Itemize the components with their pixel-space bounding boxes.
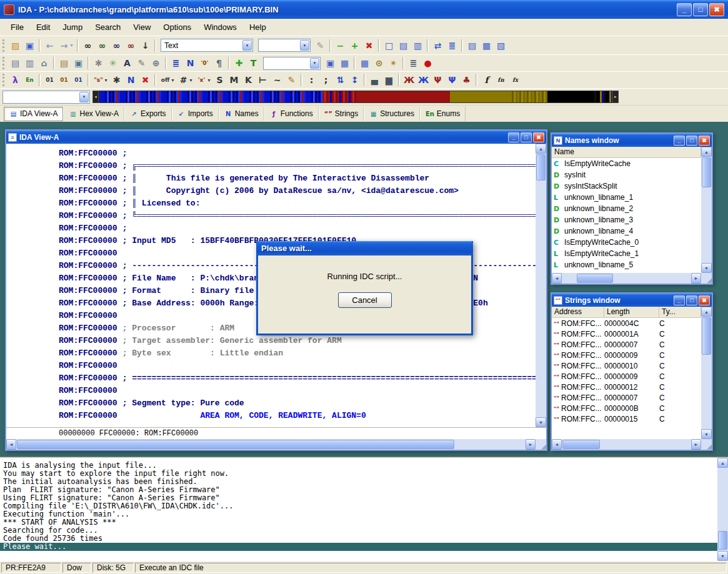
toolbar-button[interactable]: ▾ (187, 73, 194, 87)
toolbar-button[interactable]: En (22, 73, 37, 87)
resize-grip[interactable]: ◢ (701, 439, 712, 450)
strings-row[interactable]: “”ROM:FFC... 0000001A C (552, 329, 701, 339)
toolbar-button[interactable] (461, 39, 463, 52)
disasm-line[interactable]: ROM:FFC00000; ║ Copyright (c) 2006 by Da… (59, 185, 536, 197)
toolbar-button[interactable]: ✎ (134, 56, 149, 70)
minimize-button[interactable]: _ (508, 132, 519, 142)
toolbar-button[interactable]: ~ (270, 73, 284, 87)
toolbar-button[interactable]: ✱ (91, 56, 106, 70)
toolbar-grip[interactable] (2, 39, 6, 52)
toolbar-button[interactable]: ▦ (337, 56, 352, 70)
toolbar-button[interactable]: K (241, 73, 256, 87)
chevron-down-icon[interactable]: ▼ (242, 40, 252, 51)
toolbar-button[interactable]: ✳ (106, 56, 120, 70)
navigation-band[interactable] (99, 91, 612, 103)
view-tab[interactable]: En Enums (420, 107, 466, 121)
toolbar-button[interactable]: ✎ (313, 39, 327, 52)
horizontal-scrollbar[interactable]: ◄ ► (552, 273, 701, 284)
view-tab[interactable]: N Names (219, 107, 264, 121)
disasm-line[interactable]: ROM:FFC00000; ==========================… (59, 372, 536, 385)
vertical-scrollbar[interactable]: ▲ ▼ (536, 144, 546, 427)
toolbar-button[interactable]: ✱ (109, 73, 124, 87)
disasm-line[interactable]: ROM:FFC00000; (59, 222, 536, 235)
column-header-address[interactable]: Address (552, 307, 604, 317)
strings-column-headers[interactable]: Address Length Ty... (552, 307, 701, 318)
horizontal-scrollbar[interactable]: ◄ ► (552, 439, 701, 450)
toolbar-button[interactable]: ⇅ (333, 73, 347, 87)
strings-list[interactable]: “”ROM:FFC... 0000004C C “”ROM:FFC... 000… (552, 318, 701, 439)
names-row[interactable]: C IsEmptyWriteCache (552, 158, 701, 169)
toolbar-button[interactable]: T (246, 56, 261, 70)
names-titlebar[interactable]: N Names window _ □ ✖ (552, 134, 712, 147)
log-line[interactable]: Searching for code... (3, 527, 714, 535)
log-line[interactable]: Code found 25736 times (3, 535, 714, 543)
strings-row[interactable]: “”ROM:FFC... 00000007 C (552, 339, 701, 350)
toolbar-button[interactable]: ≣ (169, 56, 183, 70)
chevron-down-icon[interactable]: ▼ (79, 92, 89, 102)
toolbar-button[interactable]: N (183, 56, 197, 70)
toolbar-button[interactable] (402, 57, 404, 69)
vertical-scrollbar[interactable]: ▲ ▼ (717, 458, 728, 561)
menu-item[interactable]: Jump (57, 20, 88, 34)
toolbar-button[interactable]: ∞ (95, 39, 109, 52)
scroll-up-icon[interactable]: ▲ (536, 144, 546, 154)
resize-grip[interactable]: ◢ (536, 439, 546, 450)
toolbar-button[interactable]: ▣ (71, 56, 86, 70)
names-column-header[interactable]: Name (552, 147, 701, 158)
toolbar-button[interactable]: + (347, 39, 362, 52)
strings-row[interactable]: “”ROM:FFC... 00000015 C (552, 413, 701, 424)
toolbar-button[interactable]: ↕ (347, 73, 362, 87)
names-row[interactable]: L IsEmptyWriteCache_1 (552, 248, 701, 259)
toolbar-button[interactable]: ▦ (357, 56, 372, 70)
scrollbar-thumb[interactable] (536, 154, 546, 181)
toolbar-button[interactable]: ▾ (102, 73, 109, 87)
column-header-name[interactable]: Name (552, 147, 701, 157)
toolbar-button[interactable]: ▤ (8, 56, 22, 70)
disasm-line[interactable]: ROM:FFC00000; (59, 147, 536, 160)
toolbar-button[interactable]: ▥ (411, 39, 425, 52)
disasm-line[interactable]: ROM:FFC00000; ║ Licensed to: (59, 197, 536, 210)
menu-item[interactable]: Windows (198, 20, 242, 34)
scrollbar-thumb[interactable] (718, 531, 727, 550)
chevron-down-icon[interactable]: ▼ (310, 58, 319, 69)
toolbar-button[interactable]: ↓ (138, 39, 152, 52)
names-list[interactable]: C IsEmptyWriteCache D sysInit D sysIntSt… (552, 158, 701, 273)
strings-row[interactable]: “”ROM:FFC... 00000009 C (552, 371, 701, 382)
names-row[interactable]: L unknown_libname_1 (552, 192, 701, 203)
close-button[interactable]: ✖ (699, 295, 710, 305)
maximize-button[interactable]: □ (521, 132, 532, 142)
strings-row[interactable]: “”ROM:FFC... 00000012 C (552, 382, 701, 392)
chevron-down-icon[interactable]: ▼ (300, 40, 309, 51)
names-row[interactable]: D unknown_libname_3 (552, 214, 701, 225)
scroll-up-icon[interactable]: ▲ (701, 307, 712, 317)
scroll-left-icon[interactable]: ◄ (552, 273, 562, 284)
toolbar-button[interactable]: ∞ (81, 39, 95, 52)
toolbar-button[interactable]: ▾ (68, 39, 75, 52)
resize-grip[interactable]: ◢ (701, 273, 712, 284)
toolbar-button[interactable]: ⌂ (37, 56, 51, 70)
scrollbar-thumb[interactable] (702, 317, 711, 355)
toolbar-button[interactable] (427, 39, 429, 52)
toolbar-button[interactable]: M (227, 73, 241, 87)
scroll-up-icon[interactable]: ▲ (701, 147, 712, 157)
titlebar[interactable]: IDA - P:\chdk\branches\grand\platform\a6… (0, 0, 728, 19)
ida-view-titlebar[interactable]: ≡ IDA View-A _ □ ✖ (6, 131, 546, 144)
toolbar-grip[interactable] (2, 74, 6, 86)
column-header-type[interactable]: Ty... (659, 307, 701, 317)
toolbar-button[interactable]: ∞ (109, 39, 124, 52)
scrollbar-thumb[interactable] (17, 440, 454, 449)
scrollbar-thumb[interactable] (562, 440, 600, 449)
toolbar-button[interactable] (398, 74, 400, 86)
toolbar-button[interactable] (39, 39, 41, 52)
scroll-down-icon[interactable]: ▼ (701, 429, 712, 439)
toolbar-button[interactable]: ▾ (206, 73, 212, 87)
menu-item[interactable]: Edit (31, 20, 56, 34)
menu-item[interactable]: Help (244, 20, 272, 34)
search-value-combobox[interactable]: ▼ (258, 39, 311, 52)
toolbar-button[interactable]: ≣ (406, 56, 421, 70)
toolbar-button[interactable]: Ψ (445, 73, 459, 87)
toolbar-button[interactable]: ⊕ (149, 56, 163, 70)
menu-item[interactable]: Search (89, 20, 126, 34)
message-log[interactable]: IDA is analysing the input file...You ma… (0, 458, 717, 561)
toolbar-button[interactable]: 01 (57, 73, 71, 87)
